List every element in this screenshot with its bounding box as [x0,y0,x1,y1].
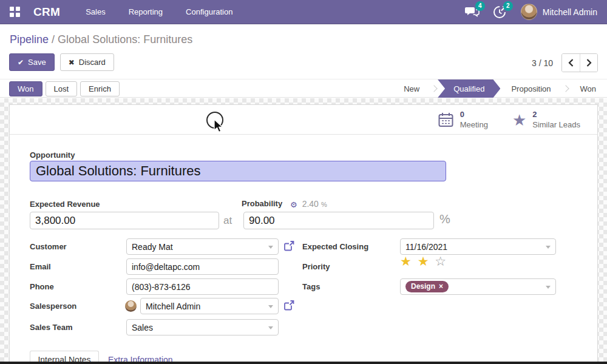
priority-stars[interactable]: ★ ★ ☆ [400,255,447,268]
stage-bar: New Qualified Proposition Won [393,79,607,98]
chevron-left-icon [568,59,574,67]
gear-icon[interactable]: ⚙ [290,201,297,209]
won-button[interactable]: Won [9,81,42,96]
probability-auto-group: ⚙ 2.40 % [290,199,327,209]
activities-badge: 2 [503,1,513,11]
status-stage-row: Won Lost Enrich New Qualified Propositio… [0,79,607,98]
chevron-down-icon[interactable] [546,286,551,289]
salesperson-value: Mitchell Admin [146,302,200,311]
priority-star-3[interactable]: ☆ [435,254,447,268]
lost-button[interactable]: Lost [46,81,78,96]
save-button[interactable]: ✔ Save [9,53,55,71]
expected-revenue-input[interactable] [30,212,219,229]
tags-label: Tags [302,282,320,291]
similar-leads-stat-text: 2 Similar Leads [532,110,580,130]
star-icon: ★ [512,112,526,128]
similar-leads-stat-button[interactable]: ★ 2 Similar Leads [500,105,592,135]
tag-remove-icon[interactable]: × [439,282,443,291]
sales-team-value: Sales [132,323,153,332]
phone-value: (803)-873-6126 [132,282,191,292]
probability-auto-value: 2.40 [302,199,319,209]
menu-sales[interactable]: Sales [86,7,106,16]
similar-leads-count: 2 [532,110,580,120]
calendar-icon [438,112,454,128]
salesperson-label: Salesperson [30,302,76,311]
priority-label: Priority [302,262,330,271]
email-field[interactable]: info@deltapc.com [126,258,279,275]
priority-star-2[interactable]: ★ [418,254,430,268]
tag-design-label: Design [411,282,435,291]
tags-field[interactable]: Design × [400,278,556,295]
stage-separator-chevron [562,85,569,92]
save-label: Save [28,58,46,67]
customer-field[interactable]: Ready Mat [126,238,279,255]
apps-grid-square [16,13,20,17]
probability-label: Probability [242,199,282,208]
expected-closing-label: Expected Closing [302,242,368,251]
record-actions: ✔ Save ✖ Discard [9,53,114,71]
close-icon: ✖ [69,58,75,67]
phone-label: Phone [30,282,54,291]
user-menu[interactable]: Mitchell Admin [521,4,597,20]
app-brand[interactable]: CRM [33,5,60,19]
expected-revenue-label: Expected Revenue [30,200,100,209]
breadcrumb-pipeline-link[interactable]: Pipeline [10,33,49,46]
bottom-edge-line [0,362,607,364]
discard-label: Discard [79,58,106,67]
control-panel: Pipeline / Global Solutions: Furnitures … [0,24,607,79]
opportunity-title-input[interactable] [30,161,446,181]
probability-input[interactable] [243,212,434,229]
apps-grid-square [10,7,14,11]
expected-closing-field[interactable]: 11/16/2021 [400,238,556,255]
discard-button[interactable]: ✖ Discard [60,53,114,71]
user-name: Mitchell Admin [543,7,597,17]
stage-won[interactable]: Won [569,79,607,98]
activities-button[interactable]: 2 [493,5,509,19]
salesperson-external-link-icon[interactable] [284,300,294,311]
chevron-down-icon[interactable] [546,246,551,249]
main-content-area: 0 Meeting ★ 2 Similar Leads Opportunity [0,98,607,364]
mouse-cursor-icon [214,119,224,133]
chevron-down-icon[interactable] [268,305,273,308]
record-pager: 3 / 10 [532,53,598,72]
meeting-stat-button[interactable]: 0 Meeting [426,105,500,135]
sales-team-label: Sales Team [30,323,73,332]
priority-star-1[interactable]: ★ [400,254,413,268]
navbar-right: 4 2 Mitchell Admin [465,4,597,20]
salesperson-field[interactable]: Mitchell Admin [140,298,279,314]
menu-configuration[interactable]: Configuration [186,7,232,16]
status-buttons: Won Lost Enrich [9,81,120,96]
stage-proposition[interactable]: Proposition [500,79,561,98]
breadcrumb: Pipeline / Global Solutions: Furnitures [10,33,192,46]
chevron-down-icon[interactable] [268,326,273,329]
similar-leads-label: Similar Leads [532,120,580,130]
top-navbar: CRM Sales Reporting Configuration 4 2 [0,0,607,24]
messages-badge: 4 [475,1,485,11]
sales-team-field[interactable]: Sales [126,319,279,335]
stage-new[interactable]: New [393,79,430,98]
meeting-count: 0 [460,110,488,120]
customer-external-link-icon[interactable] [284,241,294,251]
stage-qualified-active[interactable]: Qualified [438,79,500,98]
apps-grid-square [16,7,20,11]
meeting-stat-text: 0 Meeting [460,110,488,130]
enrich-button[interactable]: Enrich [80,81,120,96]
breadcrumb-separator: / [52,33,55,46]
chevron-down-icon[interactable] [268,246,273,249]
menu-reporting[interactable]: Reporting [129,7,163,16]
check-icon: ✔ [18,58,24,67]
chevron-right-icon [586,59,592,67]
messages-button[interactable]: 4 [465,5,481,19]
stage-separator-chevron [430,85,437,92]
crm-app-window: CRM Sales Reporting Configuration 4 2 [0,0,607,364]
pager-next-button[interactable] [580,54,597,72]
apps-grid-icon[interactable] [10,7,20,17]
tag-design[interactable]: Design × [405,281,449,292]
form-sheet: 0 Meeting ★ 2 Similar Leads Opportunity [9,104,598,364]
apps-grid-square [10,13,14,17]
phone-field[interactable]: (803)-873-6126 [126,278,279,295]
sheet-top-bar: 0 Meeting ★ 2 Similar Leads [10,105,597,135]
meeting-label: Meeting [460,120,488,130]
email-value: info@deltapc.com [132,262,200,272]
pager-previous-button[interactable] [562,54,580,72]
